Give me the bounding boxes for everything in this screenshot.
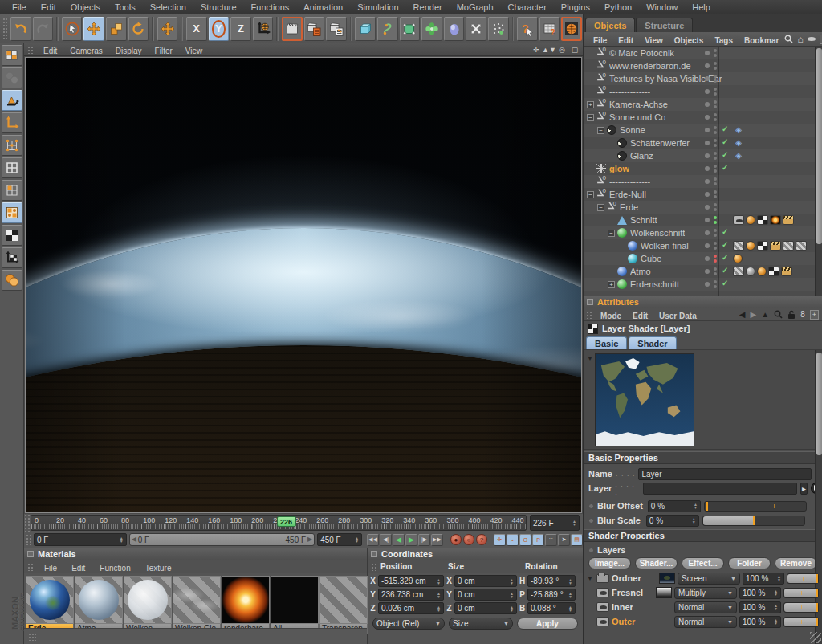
frame-stepper[interactable]: ▲▼ <box>571 520 576 526</box>
deformer-icon[interactable] <box>444 17 465 41</box>
rotation-field[interactable]: -25.889 °▲▼ <box>527 589 576 601</box>
goto-end-button[interactable]: ▶▶ <box>431 534 443 546</box>
visibility-dots-icon[interactable] <box>714 229 717 237</box>
enabled-check-icon[interactable]: ✓ <box>722 253 728 262</box>
toolbar-grip[interactable] <box>2 18 7 40</box>
layer-opacity-field[interactable]: 100 %▲▼ <box>739 616 781 628</box>
tree-row[interactable]: Glanz✓◈ <box>584 149 822 162</box>
coordinates-grip[interactable] <box>371 563 377 571</box>
visibility-dots-icon[interactable] <box>714 177 717 185</box>
goto-start-button[interactable]: ◀◀ <box>367 534 379 546</box>
tree-scrollbar[interactable] <box>815 47 822 296</box>
object-axis-mode-icon[interactable] <box>2 112 22 133</box>
opacity-stepper[interactable]: ▲▼ <box>772 618 778 625</box>
layer-opacity-slider[interactable] <box>783 602 819 613</box>
redo-icon[interactable] <box>33 17 54 41</box>
controls-grip[interactable] <box>26 534 31 545</box>
viewport-menu-display[interactable]: Display <box>109 47 149 55</box>
menu-structure[interactable]: Structure <box>193 2 244 12</box>
objects-menu-edit[interactable]: Edit <box>612 36 639 45</box>
size-field[interactable]: 0 cm▲▼ <box>454 602 517 614</box>
basic-properties-header[interactable]: Basic Properties <box>584 451 822 464</box>
visibility-dots-icon[interactable] <box>714 203 717 211</box>
layer-thumbnail[interactable] <box>656 587 672 598</box>
opacity-stepper[interactable]: ▲▼ <box>772 604 778 610</box>
material-thumbnail[interactable] <box>173 576 221 624</box>
menu-selection[interactable]: Selection <box>143 2 193 12</box>
shader-layer-row[interactable]: ▼OrdnerScreen▼100 %▲▼ <box>584 571 822 585</box>
effect-button[interactable]: Effect... <box>682 557 724 569</box>
expression-tag-icon[interactable]: ◈ <box>733 125 744 135</box>
objects-menu-file[interactable]: File <box>588 36 612 45</box>
layer-dot-icon[interactable] <box>705 141 710 145</box>
eye-icon[interactable] <box>808 37 816 41</box>
material-item[interactable]: Wolken Clo <box>173 576 221 634</box>
layer-name[interactable]: Fresnel <box>612 588 653 597</box>
position-field[interactable]: 236.738 cm▲▼ <box>378 589 444 601</box>
tab-objects[interactable]: Objects <box>585 18 635 32</box>
world-map-preview[interactable] <box>595 353 694 446</box>
render-picture-viewer-icon[interactable] <box>304 17 325 41</box>
apply-button[interactable]: Apply <box>517 618 578 630</box>
blend-mode-dropdown[interactable]: Screen▼ <box>678 573 740 585</box>
texture-mode-icon[interactable] <box>2 202 22 223</box>
menu-python[interactable]: Python <box>597 2 639 12</box>
viewport-menu-filter[interactable]: Filter <box>149 47 179 55</box>
comp-tag-icon[interactable] <box>757 241 768 251</box>
record-keyframe-icon[interactable]: ● <box>450 534 462 545</box>
material-thumbnail[interactable] <box>75 576 123 624</box>
search-icon[interactable] <box>784 35 793 43</box>
autokey-icon[interactable]: ○ <box>463 534 474 545</box>
layer-dot-icon[interactable] <box>705 243 710 248</box>
primitive-cube-icon[interactable] <box>355 17 376 41</box>
objects-menu-view[interactable]: View <box>639 36 669 45</box>
material-thumbnail[interactable] <box>319 576 368 624</box>
layer-dot-icon[interactable] <box>705 192 710 197</box>
materials-menu-texture[interactable]: Texture <box>138 564 179 573</box>
layer-thumbnail[interactable] <box>659 573 675 584</box>
live-selection-icon[interactable] <box>62 17 83 41</box>
blur-offset-field[interactable]: 0 % ▲▼ <box>648 500 701 512</box>
render-view-icon[interactable] <box>282 17 303 41</box>
range-right-arrow[interactable]: ▶ <box>307 536 312 543</box>
z-axis-lock-icon[interactable]: Z <box>230 17 251 41</box>
prev-frame-button[interactable]: ◀ <box>393 534 405 546</box>
visibility-dots-icon[interactable] <box>714 139 717 147</box>
menu-mograph[interactable]: MoGraph <box>450 2 501 12</box>
layer-link-field[interactable] <box>643 483 797 495</box>
expander-minus-icon[interactable]: − <box>608 230 615 237</box>
key-scale-icon[interactable]: ▪ <box>507 534 519 546</box>
material-thumbnail[interactable] <box>271 576 319 624</box>
tree-scrollbar-thumb[interactable] <box>816 48 822 244</box>
rotation-stepper[interactable]: ▲▼ <box>567 592 572 598</box>
menu-edit[interactable]: Edit <box>34 2 63 12</box>
menu-objects[interactable]: Objects <box>63 2 108 12</box>
blur-scale-field[interactable]: 0 % ▲▼ <box>646 515 699 527</box>
timeline-track[interactable]: 4404204003803603403203002802602402202001… <box>31 515 527 531</box>
maximize-view-icon[interactable]: ▢ <box>570 45 580 55</box>
layer-name[interactable]: Outer <box>612 617 653 626</box>
help-icon[interactable]: ? <box>517 17 538 41</box>
attribute-tab-basic[interactable]: Basic <box>586 336 627 349</box>
modeling-icon[interactable] <box>421 17 442 41</box>
layer-name[interactable]: Inner <box>612 602 653 612</box>
layer-opacity-field[interactable]: 100 %▲▼ <box>739 587 781 599</box>
visibility-dots-icon[interactable] <box>714 113 717 121</box>
position-stepper[interactable]: ▲▼ <box>435 605 441 612</box>
layer-opacity-slider[interactable] <box>787 573 819 584</box>
position-stepper[interactable]: ▲▼ <box>435 592 441 598</box>
stripe-tag-icon[interactable] <box>733 241 744 251</box>
size-stepper[interactable]: ▲▼ <box>508 605 514 612</box>
search-icon[interactable] <box>774 310 783 319</box>
rotate-view-icon[interactable]: ◎ <box>557 45 567 55</box>
polygon-mode-icon[interactable] <box>2 180 22 201</box>
panel-icon[interactable] <box>371 551 377 557</box>
material-thumbnail[interactable] <box>124 576 172 624</box>
last-tool-icon[interactable] <box>157 17 178 41</box>
visibility-dots-icon[interactable] <box>714 242 717 250</box>
expander-minus-icon[interactable]: − <box>587 191 594 198</box>
material-item[interactable]: Erde <box>26 576 74 634</box>
x-axis-lock-icon[interactable]: X <box>186 17 207 41</box>
menu-character[interactable]: Character <box>501 2 554 12</box>
particles-icon[interactable] <box>488 17 509 41</box>
